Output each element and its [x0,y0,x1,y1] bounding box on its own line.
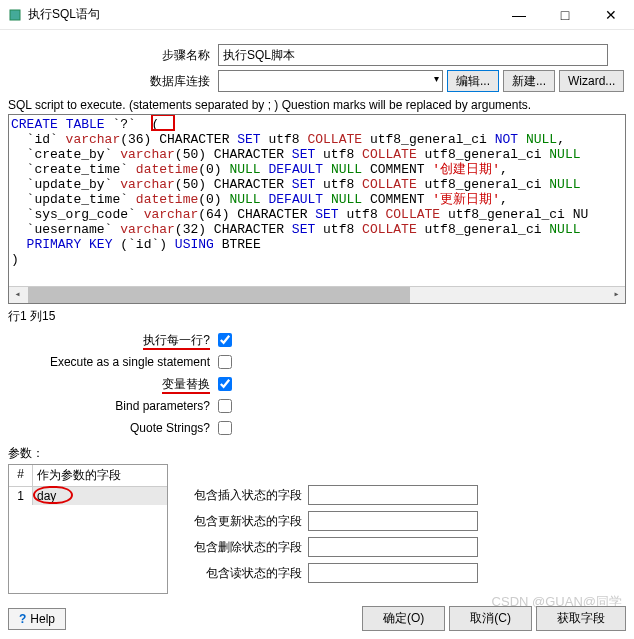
app-icon [8,8,22,22]
cursor-position: 行1 列15 [8,308,626,325]
quote-strings-checkbox[interactable] [218,421,232,435]
single-stmt-label: Execute as a single statement [8,355,218,369]
update-field-input[interactable] [308,511,478,531]
step-name-input[interactable] [218,44,608,66]
update-field-label: 包含更新状态的字段 [188,513,308,530]
window-title: 执行SQL语句 [28,6,496,23]
table-row[interactable]: 1 day [9,487,167,505]
sql-editor[interactable]: CREATE TABLE `?` ( `id` varchar(36) CHAR… [8,114,626,304]
var-sub-checkbox[interactable] [218,377,232,391]
read-field-label: 包含读状态的字段 [188,565,308,582]
quote-strings-label: Quote Strings? [8,421,218,435]
table-header: # 作为参数的字段 [9,465,167,487]
each-row-checkbox[interactable] [218,333,232,347]
ok-button[interactable]: 确定(O) [362,606,445,631]
title-bar: 执行SQL语句 — □ ✕ [0,0,634,30]
col-field-header: 作为参数的字段 [33,465,167,486]
each-row-label: 执行每一行? [8,332,218,349]
db-conn-label: 数据库连接 [8,73,218,90]
step-name-row: 步骤名称 [8,44,626,66]
bind-params-checkbox[interactable] [218,399,232,413]
row-field[interactable]: day [33,487,167,505]
insert-field-input[interactable] [308,485,478,505]
step-name-label: 步骤名称 [8,47,218,64]
db-conn-combo[interactable] [218,70,443,92]
annotation-circle [33,486,73,504]
minimize-button[interactable]: — [496,0,542,30]
get-fields-button[interactable]: 获取字段 [536,606,626,631]
col-num-header: # [9,465,33,486]
chevron-down-icon[interactable]: ▾ [434,73,439,84]
sql-content[interactable]: CREATE TABLE `?` ( `id` varchar(36) CHAR… [9,115,625,285]
single-stmt-checkbox[interactable] [218,355,232,369]
delete-field-input[interactable] [308,537,478,557]
close-button[interactable]: ✕ [588,0,634,30]
insert-field-label: 包含插入状态的字段 [188,487,308,504]
status-fields-panel: 包含插入状态的字段 包含更新状态的字段 包含删除状态的字段 包含读状态的字段 [188,482,626,594]
sql-description: SQL script to execute. (statements separ… [8,98,626,112]
help-button[interactable]: ? Help [8,608,66,630]
maximize-button[interactable]: □ [542,0,588,30]
var-sub-label: 变量替换 [8,376,218,393]
db-conn-row: 数据库连接 ▾ 编辑... 新建... Wizard... [8,70,626,92]
scroll-thumb[interactable] [28,287,410,303]
footer: ? Help 确定(O) 取消(C) 获取字段 [8,606,626,631]
edit-button[interactable]: 编辑... [447,70,499,92]
params-label: 参数： [8,445,626,462]
bind-params-label: Bind parameters? [8,399,218,413]
annotation-box [151,114,175,131]
delete-field-label: 包含删除状态的字段 [188,539,308,556]
params-table[interactable]: # 作为参数的字段 1 day [8,464,168,594]
row-num: 1 [9,487,33,505]
help-icon: ? [19,612,26,626]
new-button[interactable]: 新建... [503,70,555,92]
svg-rect-0 [10,10,20,20]
cancel-button[interactable]: 取消(C) [449,606,532,631]
options-panel: 执行每一行? Execute as a single statement 变量替… [8,329,626,439]
horizontal-scrollbar[interactable]: ◂ ▸ [9,286,625,303]
read-field-input[interactable] [308,563,478,583]
scroll-right-icon[interactable]: ▸ [608,287,625,303]
scroll-left-icon[interactable]: ◂ [9,287,26,303]
wizard-button[interactable]: Wizard... [559,70,624,92]
